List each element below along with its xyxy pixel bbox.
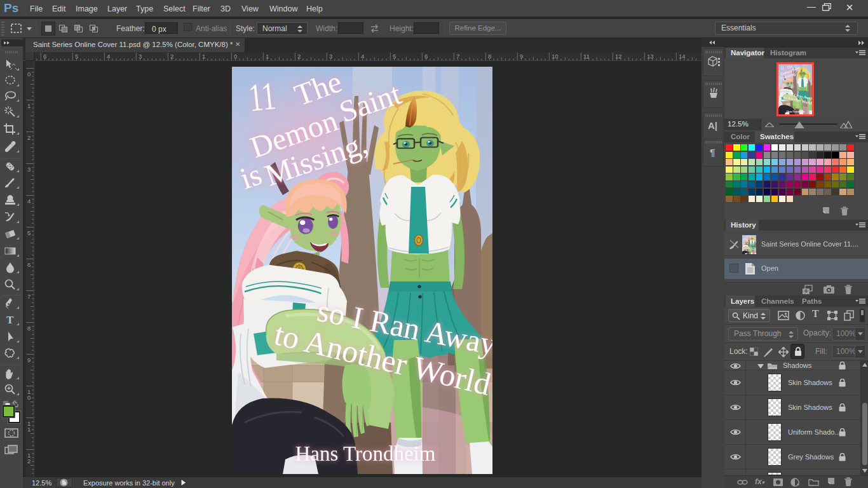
svg-text:12: 12: [615, 53, 622, 60]
svg-text:4: 4: [107, 53, 110, 60]
svg-text:0: 0: [234, 53, 237, 60]
svg-text:4: 4: [27, 198, 31, 205]
svg-text:8: 8: [27, 325, 31, 332]
svg-text:13: 13: [647, 53, 654, 60]
svg-text:1: 1: [27, 426, 31, 433]
svg-text:8: 8: [488, 53, 491, 60]
svg-text:6: 6: [43, 53, 46, 60]
svg-text:4: 4: [361, 53, 364, 60]
svg-text:11: 11: [583, 53, 590, 60]
svg-text:6: 6: [27, 261, 31, 268]
svg-text:2: 2: [297, 53, 301, 60]
svg-text:1: 1: [266, 53, 269, 60]
svg-text:3: 3: [139, 53, 142, 60]
svg-text:7: 7: [456, 53, 459, 60]
svg-text:¶: ¶: [710, 147, 715, 158]
svg-text:2: 2: [27, 134, 31, 141]
svg-text:5: 5: [393, 53, 396, 60]
svg-text:2: 2: [27, 458, 31, 464]
svg-text:5: 5: [27, 229, 31, 236]
svg-text:0: 0: [27, 71, 31, 78]
svg-text:2: 2: [170, 53, 173, 60]
svg-text:9: 9: [27, 356, 31, 363]
svg-text:3: 3: [329, 53, 332, 60]
svg-text:1: 1: [202, 53, 205, 60]
svg-text:A|: A|: [708, 120, 717, 131]
svg-text:T: T: [6, 314, 14, 326]
svg-text:5: 5: [75, 53, 78, 60]
svg-text:▾: ▾: [797, 482, 799, 487]
svg-text:3: 3: [27, 166, 31, 173]
svg-text:9: 9: [520, 53, 523, 60]
svg-text:7: 7: [27, 293, 31, 300]
svg-text:1: 1: [27, 102, 31, 109]
svg-text:0: 0: [27, 394, 31, 401]
svg-text:14: 14: [679, 53, 686, 60]
svg-text:10: 10: [552, 53, 559, 60]
svg-text:6: 6: [424, 53, 428, 60]
